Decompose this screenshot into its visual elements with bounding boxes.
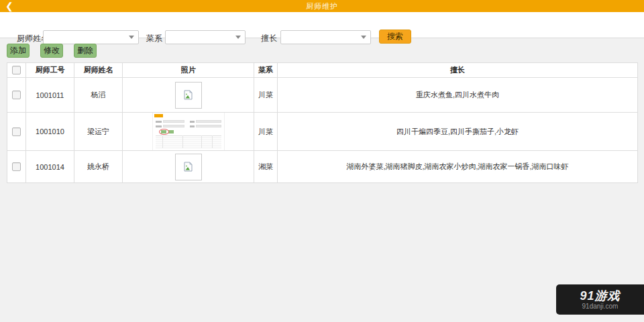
watermark-url: 91danji.com bbox=[582, 303, 619, 311]
chef-cuisine: 湘菜 bbox=[254, 151, 278, 183]
specialty-label: 擅长 bbox=[261, 33, 277, 44]
chef-name: 杨滔 bbox=[74, 78, 123, 113]
site-watermark: 91游戏 91danji.com bbox=[556, 284, 644, 315]
chef-specialty: 重庆水煮鱼,四川水煮牛肉 bbox=[278, 78, 638, 113]
chef-id: 1001014 bbox=[26, 151, 74, 183]
chef-photo bbox=[175, 82, 202, 109]
highlight-circle bbox=[159, 129, 169, 135]
chef-name: 姚永桥 bbox=[74, 151, 123, 183]
delete-button[interactable]: 删除 bbox=[74, 44, 97, 58]
chef-photo-thumbnail bbox=[153, 113, 224, 150]
col-header-photo: 照片 bbox=[123, 63, 254, 78]
chef-id: 1001011 bbox=[26, 78, 74, 113]
table-row[interactable]: 1001014 姚永桥 湘菜 湖南外婆菜,湖南猪脚皮,湖南农家小炒肉,湖南农家一… bbox=[7, 151, 638, 183]
chef-photo bbox=[175, 154, 202, 180]
col-header-name: 厨师姓名 bbox=[74, 63, 123, 78]
search-button[interactable]: 搜索 bbox=[379, 30, 411, 44]
chef-name: 梁运宁 bbox=[74, 113, 123, 151]
filter-bar: 厨师姓名 菜系 擅长 搜索 bbox=[0, 12, 644, 38]
col-header-id: 厨师工号 bbox=[26, 63, 74, 78]
chef-specialty: 湖南外婆菜,湖南猪脚皮,湖南农家小炒肉,湖南农家一锅香,湖南口味虾 bbox=[278, 151, 638, 183]
chevron-down-icon bbox=[129, 36, 134, 39]
row-checkbox[interactable] bbox=[12, 127, 21, 136]
broken-image-icon bbox=[183, 162, 193, 172]
table-row[interactable]: 1001011 杨滔 川菜 重庆水煮鱼,四川水煮牛肉 bbox=[7, 78, 638, 113]
chef-cuisine: 川菜 bbox=[254, 113, 278, 151]
chef-maintenance-page: ❮ 厨师维护 厨师姓名 菜系 擅长 搜索 添加 修改 删除 厨师工 bbox=[0, 0, 644, 322]
chevron-down-icon bbox=[361, 36, 366, 39]
select-all-checkbox[interactable] bbox=[12, 66, 21, 74]
cuisine-label: 菜系 bbox=[146, 33, 162, 44]
col-header-cuisine: 菜系 bbox=[254, 63, 278, 78]
chef-cuisine: 川菜 bbox=[254, 78, 278, 113]
chef-name-select[interactable] bbox=[43, 30, 139, 44]
select-all-cell bbox=[7, 63, 26, 78]
page-title: 厨师维护 bbox=[0, 1, 644, 11]
row-checkbox[interactable] bbox=[12, 91, 21, 99]
chevron-down-icon bbox=[235, 36, 241, 39]
specialty-select[interactable] bbox=[280, 30, 371, 44]
back-icon[interactable]: ❮ bbox=[5, 0, 13, 12]
chef-id: 1001010 bbox=[26, 113, 74, 151]
app-header: ❮ 厨师维护 bbox=[0, 0, 644, 12]
table-header-row: 厨师工号 厨师姓名 照片 菜系 擅长 bbox=[7, 63, 638, 78]
broken-image-icon bbox=[183, 90, 193, 100]
chef-specialty: 四川干煸四季豆,四川手撕茄子,小龙虾 bbox=[278, 113, 638, 151]
watermark-logo: 91游戏 bbox=[580, 289, 620, 303]
edit-button[interactable]: 修改 bbox=[40, 44, 63, 58]
chef-table: 厨师工号 厨师姓名 照片 菜系 擅长 1001011 杨滔 川菜 bbox=[7, 62, 638, 183]
col-header-specialty: 擅长 bbox=[278, 63, 638, 78]
row-checkbox[interactable] bbox=[12, 162, 21, 171]
cuisine-select[interactable] bbox=[165, 30, 246, 44]
table-row[interactable]: 1001010 梁运宁 bbox=[7, 113, 638, 151]
add-button[interactable]: 添加 bbox=[7, 44, 30, 58]
